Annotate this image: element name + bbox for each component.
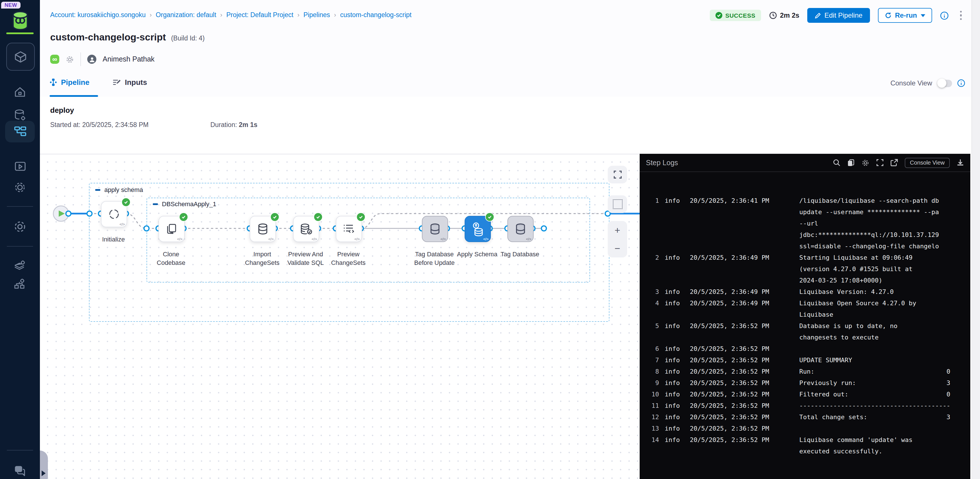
code-badge: </> (441, 237, 446, 241)
sidebar-item-environments[interactable] (0, 255, 40, 274)
fullscreen-icon[interactable] (876, 159, 884, 166)
page-title: custom-changelog-script (50, 32, 166, 43)
breadcrumb: Account: kurosakiichigo.songoku › Organi… (50, 11, 412, 18)
step-label: Initialize (85, 235, 142, 244)
log-row: 10info20/5/2025, 2:36:52 PMFiltered out:… (644, 389, 965, 400)
pipeline-meta-row: ∞ Animesh Pathak (50, 52, 154, 66)
breadcrumb-separator: › (334, 11, 336, 18)
success-check-icon (179, 213, 188, 222)
page-scrollbar[interactable] (972, 0, 980, 479)
rerun-button[interactable]: Re-run (878, 8, 932, 23)
sidebar-item-gear[interactable] (0, 178, 40, 197)
module-selector-cube-icon[interactable] (6, 43, 35, 71)
sidebar-item-home[interactable] (0, 82, 40, 102)
step-node-apply-schema-selected[interactable]: </> (465, 216, 491, 242)
log-row: 6info20/5/2025, 2:36:52 PM (644, 343, 965, 355)
step-node-initialize[interactable]: </> (101, 201, 127, 227)
database-check-icon (299, 222, 313, 236)
console-view-row: Console View (891, 79, 965, 87)
canvas-fullscreen-button[interactable] (608, 166, 627, 183)
copy-icon[interactable] (847, 159, 854, 166)
sidebar-item-executions[interactable] (0, 157, 40, 176)
step-label: Tag Database (492, 250, 549, 259)
breadcrumb-separator: › (297, 11, 299, 18)
breadcrumb-pipelines[interactable]: Pipelines (304, 11, 330, 18)
initialize-icon (107, 207, 121, 221)
chevron-down-icon (920, 14, 925, 17)
step-logs-title: Step Logs (646, 159, 678, 167)
step-node-preview-changesets[interactable]: </> (336, 216, 362, 242)
tab-pipeline[interactable]: Pipeline (49, 78, 89, 87)
log-row: 11info20/5/2025, 2:36:52 PM-------------… (644, 400, 965, 412)
log-row: 1info20/5/2025, 2:36:41 PM/liquibase/liq… (644, 195, 965, 252)
success-check-icon (485, 213, 494, 222)
sidebar-divider (7, 450, 33, 450)
log-lines[interactable]: 1info20/5/2025, 2:36:41 PM/liquibase/liq… (640, 172, 970, 457)
log-row: 5info20/5/2025, 2:36:52 PMDatabase is up… (644, 320, 965, 343)
canvas-select-button[interactable] (608, 195, 627, 213)
step-node-tag-database-before-update[interactable]: </> (422, 216, 448, 242)
stage-started: Started at: 20/5/2025, 2:34:58 PM (50, 121, 148, 128)
changeset-list-icon (342, 222, 356, 236)
new-badge: NEW (1, 2, 21, 8)
zoom-out-button[interactable]: − (614, 243, 620, 253)
step-logs-header: Step Logs Console View (640, 154, 970, 172)
clock-icon (769, 11, 777, 19)
title-row: custom-changelog-script (Build Id: 4) (50, 32, 205, 43)
code-badge: </> (119, 222, 125, 226)
breadcrumb-organization[interactable]: Organization: default (156, 11, 216, 18)
stage-duration: Duration: 2m 1s (210, 121, 258, 128)
app-root: NEW (0, 0, 980, 479)
download-icon[interactable] (957, 159, 964, 166)
console-view-toggle[interactable] (937, 79, 952, 87)
info-icon[interactable] (940, 11, 948, 20)
avatar (87, 55, 96, 64)
code-badge: </> (526, 237, 531, 241)
step-node-clone-codebase[interactable]: </> (159, 216, 185, 242)
step-logs-panel: Step Logs Console View 1info20/5/2025, 2… (640, 154, 970, 479)
console-view-label: Console View (891, 79, 932, 87)
log-row: 3info20/5/2025, 2:36:49 PMLiquibase Vers… (644, 287, 965, 298)
step-node-import-changesets[interactable]: </> (250, 216, 276, 242)
sidebar-item-infrastructure[interactable] (0, 274, 40, 294)
pipeline-tab-icon (49, 78, 57, 87)
sidebar-item-pipelines-active[interactable] (5, 121, 35, 143)
database-devops-logo-icon[interactable] (11, 10, 30, 31)
pipeline-canvas[interactable]: apply schema DBSchemaApply_1 (40, 154, 640, 479)
stage-summary: deploy Started at: 20/5/2025, 2:34:58 PM… (40, 97, 980, 154)
more-options-menu[interactable] (956, 10, 965, 21)
log-row: 14info20/5/2025, 2:36:52 PMLiquibase com… (644, 435, 965, 457)
gear-icon[interactable] (65, 55, 74, 63)
step-node-preview-validate-sql[interactable]: </> (293, 216, 319, 242)
breadcrumb-current[interactable]: custom-changelog-script (340, 11, 412, 18)
settings-icon[interactable] (861, 159, 869, 167)
edit-pipeline-button[interactable]: Edit Pipeline (807, 8, 870, 23)
fullscreen-icon (613, 170, 622, 179)
code-badge: </> (312, 237, 317, 241)
left-sidebar: NEW (0, 0, 40, 479)
success-check-icon (313, 213, 323, 222)
log-row: 12info20/5/2025, 2:36:52 PMTotal change … (644, 412, 965, 423)
breadcrumb-separator: › (150, 11, 152, 18)
canvas-zoom-controls: + − (608, 221, 627, 257)
info-icon[interactable] (957, 79, 965, 87)
log-row: 2info20/5/2025, 2:36:49 PMStarting Liqui… (644, 252, 965, 287)
zoom-in-button[interactable]: + (614, 225, 620, 235)
tab-inputs[interactable]: Inputs (112, 78, 147, 87)
breadcrumb-account[interactable]: Account: kurosakiichigo.songoku (50, 11, 146, 18)
console-view-button[interactable]: Console View (905, 157, 950, 168)
success-check-icon (121, 198, 130, 207)
log-row: 8info20/5/2025, 2:36:52 PMRun: 0 (644, 366, 965, 377)
trigger-author: Animesh Pathak (103, 55, 154, 63)
status-badge: SUCCESS (710, 10, 761, 21)
help-chat-icon[interactable]: ? (0, 462, 40, 479)
breadcrumb-project[interactable]: Project: Default Project (226, 11, 293, 18)
sidebar-divider (7, 206, 33, 207)
search-icon[interactable] (833, 159, 840, 166)
sidebar-item-settings[interactable] (0, 217, 40, 236)
canvas-pan-handle[interactable] (40, 450, 48, 479)
step-node-tag-database[interactable]: </> (508, 216, 534, 242)
open-in-new-icon[interactable] (891, 159, 898, 166)
sidebar-divider (7, 246, 33, 247)
success-check-icon (356, 213, 366, 222)
